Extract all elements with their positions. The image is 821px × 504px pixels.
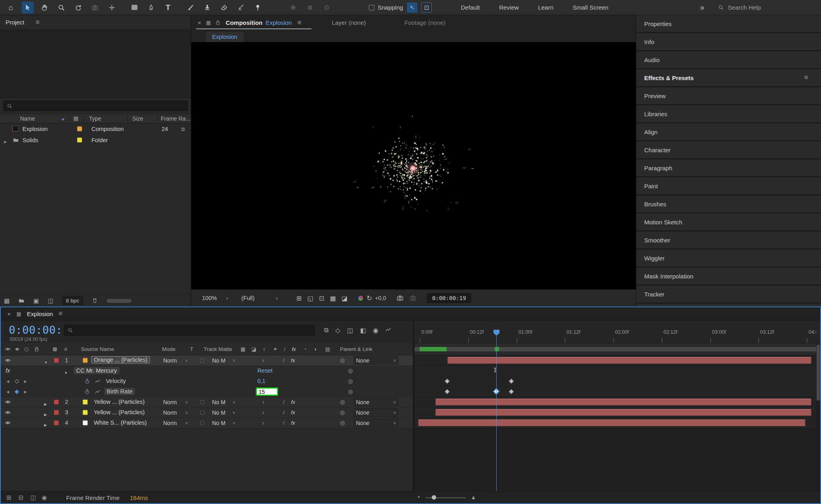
color-depth-button[interactable]: 8 bpc <box>63 296 83 305</box>
view-axis-mode-icon[interactable]: ⊙ <box>321 2 333 14</box>
track-matte-dropdown[interactable]: No M <box>210 356 237 365</box>
layer-duration-bar[interactable] <box>447 357 811 364</box>
project-settings-icon[interactable]: ◫ <box>48 297 53 304</box>
layer-label-chip[interactable] <box>54 358 59 363</box>
time-ruler[interactable]: 0:00f 00:12f 01:00f 01:12f 02:00f 02:12f… <box>415 321 816 343</box>
pan-behind-tool[interactable] <box>106 2 118 14</box>
fx-switch[interactable]: fx <box>291 357 295 363</box>
panel-tab-tracker[interactable]: Tracker <box>636 286 821 302</box>
project-item-explosion[interactable]: Explosion Composition 24 ⧉ <box>0 123 191 135</box>
blend-mode-dropdown[interactable]: Norm <box>161 408 190 417</box>
timeline-vertical-scrollbar[interactable] <box>816 343 820 491</box>
effect-switch[interactable]: ♁ <box>261 357 265 363</box>
panel-tab-mask-interpolation[interactable]: Mask Interpolation <box>636 268 821 284</box>
frame-blending-icon[interactable]: ◧ <box>360 327 366 334</box>
layer-name[interactable]: Yellow ... (Particles) <box>94 409 145 415</box>
shy-layers-icon[interactable]: ◫ <box>347 327 353 334</box>
close-icon[interactable]: × <box>198 19 201 26</box>
quality-switch[interactable]: / <box>283 357 285 363</box>
snapshot-camera-icon[interactable] <box>396 294 404 302</box>
track-matte-dropdown[interactable]: No M <box>210 398 237 406</box>
track-matte-column-header[interactable]: Track Matte <box>204 346 232 352</box>
quality-switch[interactable]: / <box>283 409 285 415</box>
keyframe-diamond[interactable] <box>445 389 450 394</box>
stopwatch-icon[interactable] <box>84 389 90 395</box>
next-keyframe-icon[interactable]: ▶ <box>24 379 27 383</box>
graph-toggle-icon[interactable] <box>95 389 101 395</box>
column-frame-rate[interactable]: Frame Ra... <box>161 115 190 122</box>
effect-pickwhip-icon[interactable]: ◎ <box>348 367 353 374</box>
work-area-bar[interactable] <box>415 347 816 351</box>
panel-menu-icon[interactable] <box>804 74 808 82</box>
reset-exposure-icon[interactable]: ↻ <box>366 294 372 302</box>
brush-tool[interactable] <box>184 2 196 14</box>
render-time-indicator-icon[interactable]: ◉ <box>42 494 47 501</box>
layer-row-4[interactable]: 4 White S... (Particles) Norm No M ♁ / f… <box>1 418 415 428</box>
interpret-footage-icon[interactable]: ▦ <box>4 297 10 304</box>
item-label-chip[interactable] <box>77 126 82 131</box>
panel-tab-libraries[interactable]: Libraries <box>636 105 821 122</box>
property-row-birth-rate[interactable]: ◀ ▶ Birth Rate ◎ <box>1 387 415 397</box>
close-icon[interactable]: × <box>7 310 11 317</box>
preserve-transparency-checkbox[interactable] <box>200 400 204 404</box>
horizontal-scrollbar-thumb[interactable] <box>107 299 131 303</box>
zoom-in-mountain-icon[interactable]: ▲ <box>471 494 476 500</box>
layer-expand-chevron[interactable] <box>44 410 47 417</box>
toggle-transfer-controls-icon[interactable]: ⊟ <box>18 494 24 501</box>
blend-mode-dropdown[interactable]: Norm <box>161 398 190 406</box>
selection-tool[interactable] <box>22 2 34 14</box>
parent-pickwhip-icon[interactable]: ◎ <box>340 419 345 426</box>
item-name[interactable]: Solids <box>22 137 38 143</box>
keyframe-diamond[interactable] <box>445 379 450 384</box>
resolution-dropdown[interactable]: (Full) <box>239 294 280 302</box>
camera-tool[interactable] <box>89 2 101 14</box>
viewer-tab-comp-name[interactable]: Explosion <box>266 19 292 26</box>
zoom-tool[interactable] <box>55 2 67 14</box>
layer-name[interactable]: Yellow ... (Particles) <box>94 399 145 405</box>
sort-ascending-icon[interactable]: ▲ <box>61 117 65 121</box>
timeline-zoom-thumb[interactable] <box>432 495 436 500</box>
composition-viewport[interactable] <box>191 42 636 289</box>
property-value[interactable]: 0,1 <box>257 378 265 384</box>
layer-row-1[interactable]: 1 Orange ... (Particles) Norm No M ♁ / f… <box>1 355 415 366</box>
panel-tab-wiggler[interactable]: Wiggler <box>636 250 821 266</box>
exposure-value[interactable]: +0,0 <box>375 295 386 301</box>
property-pickwhip-icon[interactable]: ◎ <box>348 378 353 384</box>
layer-duration-bar[interactable] <box>418 419 805 426</box>
help-search[interactable]: Search Help <box>718 4 761 11</box>
layer-duration-bar[interactable] <box>435 409 811 416</box>
effect-reset-link[interactable]: Reset <box>257 367 273 374</box>
region-of-interest-icon[interactable]: ⊡ <box>319 294 324 302</box>
parent-dropdown[interactable]: None <box>354 408 398 417</box>
layer-label-chip[interactable] <box>54 420 59 425</box>
fx-switch[interactable]: fx <box>291 420 295 426</box>
panel-tab-effects-presets[interactable]: Effects & Presets <box>636 69 821 86</box>
snap-option-features-icon[interactable]: ⊡ <box>421 2 432 13</box>
mode-column-header[interactable]: Mode <box>162 346 176 352</box>
timeline-column-headers[interactable]: # Source Name Mode T Track Matte ▦ ◪ ♁ ✦… <box>1 343 415 355</box>
item-name[interactable]: Explosion <box>22 126 48 132</box>
timeline-tab-title[interactable]: Explosion <box>27 310 53 317</box>
timeline-panel-menu-icon[interactable] <box>59 310 63 318</box>
property-name[interactable]: Birth Rate <box>104 388 135 395</box>
viewer-tab-layer[interactable]: Layer (none) <box>332 19 366 26</box>
parent-pickwhip-icon[interactable]: ◎ <box>340 409 345 415</box>
workspace-tab-default[interactable]: Default <box>461 4 480 11</box>
hand-tool[interactable] <box>38 2 51 14</box>
parent-dropdown[interactable]: None <box>354 419 398 427</box>
fx-switch[interactable]: fx <box>291 409 295 415</box>
project-item-solids[interactable]: Solids Folder <box>0 135 191 146</box>
property-pickwhip-icon[interactable]: ◎ <box>348 388 353 395</box>
puppet-pin-tool[interactable] <box>252 2 264 14</box>
next-keyframe-icon[interactable]: ▶ <box>24 390 27 394</box>
layer-visibility-eye-icon[interactable] <box>5 420 11 426</box>
composition-subtab[interactable]: Explosion <box>206 32 244 42</box>
scrollbar-thumb[interactable] <box>817 345 820 401</box>
transparency-grid-icon[interactable]: ▦ <box>330 294 336 302</box>
clone-stamp-tool[interactable] <box>201 2 213 14</box>
column-name[interactable]: Name <box>20 115 35 122</box>
layer-name[interactable]: White S... (Particles) <box>94 419 147 426</box>
lock-icon[interactable] <box>215 20 221 26</box>
viewer-panel-menu-icon[interactable] <box>297 19 301 27</box>
workspace-tab-review[interactable]: Review <box>499 4 519 11</box>
